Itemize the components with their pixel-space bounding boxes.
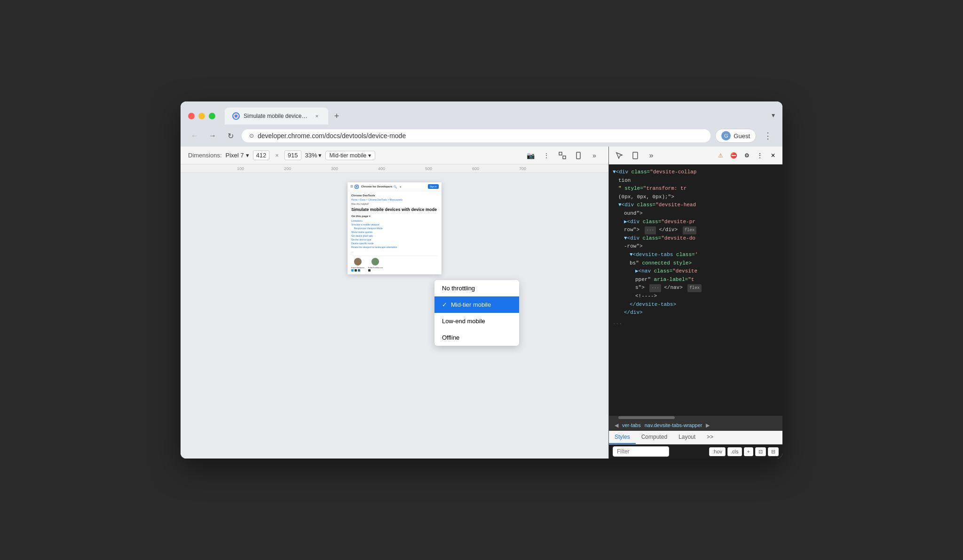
- styles-filter-input[interactable]: [613, 446, 669, 457]
- breadcrumb-item-2[interactable]: nav.devsite-tabs-wrapper: [645, 422, 703, 428]
- throttle-selector[interactable]: Mid-tier mobile ▾: [325, 151, 376, 160]
- close-window-button[interactable]: [188, 113, 195, 119]
- ruler-mark-100: 100: [237, 166, 244, 171]
- svg-point-1: [235, 115, 237, 117]
- throttle-option-low-end[interactable]: Low-end mobile: [434, 313, 519, 329]
- device-mode-button[interactable]: [629, 149, 642, 162]
- breadcrumb-forward-button[interactable]: ▶: [704, 421, 711, 429]
- styles-filter-buttons: :hov .cls + ⊡ ⊟: [709, 447, 779, 456]
- address-bar[interactable]: ⊙ developer.chrome.com/docs/devtools/dev…: [242, 129, 710, 142]
- width-input[interactable]: 412: [253, 150, 270, 160]
- device-content: Chrome DevTools Home > Docs > Chrome Dev…: [347, 191, 442, 274]
- security-icon: ⊙: [249, 132, 254, 139]
- more-options-button[interactable]: ⋮: [540, 149, 553, 162]
- code-line-16: <!---->: [635, 292, 779, 301]
- profile-button[interactable]: G Guest: [715, 129, 756, 143]
- zoom-selector[interactable]: 33% ▾: [305, 152, 322, 159]
- throttle-option-mid-tier[interactable]: ✓ Mid-tier mobile: [434, 296, 519, 313]
- device-search-icon[interactable]: 🔍: [394, 185, 397, 188]
- author1-avatar: [354, 258, 362, 265]
- computed-style-button[interactable]: ⊟: [768, 447, 779, 456]
- devtools-code-area: ▼<div class="devsite-collap tion " style…: [609, 164, 782, 416]
- active-tab[interactable]: Simulate mobile devices with ×: [225, 108, 328, 124]
- device-authors-section: Kayce Basques Sofia Emelianova: [351, 256, 438, 272]
- more-panels-button[interactable]: »: [645, 149, 658, 162]
- ruler-mark-200: 200: [284, 166, 291, 171]
- device-selector[interactable]: Pixel 7 ▾: [226, 152, 249, 159]
- author1-github-icon: [355, 269, 357, 272]
- device-signin-button[interactable]: Sign in: [428, 184, 439, 189]
- new-tab-button[interactable]: +: [330, 109, 343, 123]
- throttle-option-offline[interactable]: Offline: [434, 329, 519, 346]
- throttle-option-no-throttling[interactable]: No throttling: [434, 280, 519, 296]
- chrome-menu-button[interactable]: ⋮: [761, 129, 775, 143]
- author2-avatar: [371, 258, 379, 265]
- device-helpful: Was this helpful?: [351, 202, 438, 205]
- code-line-10: -row">: [624, 242, 779, 251]
- code-line-13: ▶<nav class="devsite: [635, 267, 779, 276]
- more-devtools-button[interactable]: ⋮: [754, 150, 766, 161]
- zoom-text: 33%: [305, 152, 317, 159]
- scrollbar-thumb[interactable]: [618, 416, 675, 419]
- device-on-this-page: On this page ▾: [351, 215, 438, 218]
- toolbar-icons: 📷 ⋮ »: [524, 149, 601, 162]
- code-line-2: tion: [618, 177, 779, 185]
- code-line-7: ▶<div class="devsite-pr: [624, 218, 779, 226]
- device-breadcrumb: Home > Docs > Chrome DevTools > More pan…: [351, 198, 438, 201]
- no-throttling-label: No throttling: [442, 285, 475, 292]
- device-mode-toolbar: Dimensions: Pixel 7 ▾ 412 × 915 33% ▾ Mi…: [181, 147, 608, 164]
- code-line-15: s"> ··· </nav> flex: [635, 284, 779, 292]
- reload-button[interactable]: ↻: [224, 129, 237, 142]
- styles-filter-row: :hov .cls + ⊡ ⊟: [609, 444, 782, 459]
- add-style-button[interactable]: +: [744, 447, 753, 456]
- device-article-title: Simulate mobile devices with device mode: [351, 207, 438, 213]
- device-brightness-icon[interactable]: ☀: [399, 185, 402, 188]
- svg-rect-2: [559, 152, 562, 155]
- devtools-header-icons: ⚠ ⛔ ⚙ ⋮ ✕: [715, 150, 779, 161]
- inspect-element-button[interactable]: [613, 149, 626, 162]
- tab-styles[interactable]: Styles: [609, 431, 636, 444]
- more-tools-button[interactable]: »: [588, 149, 601, 162]
- capture-screenshot-button[interactable]: 📷: [524, 149, 537, 162]
- device-frame-button[interactable]: [572, 149, 585, 162]
- section-chevron-icon: ▾: [369, 215, 371, 218]
- device-toc-item-4: Show media queries: [351, 230, 438, 234]
- profile-label: Guest: [734, 132, 750, 140]
- chrome-dropdown-icon[interactable]: ▾: [772, 111, 775, 119]
- svg-rect-3: [563, 156, 566, 159]
- breadcrumb-back-button[interactable]: ◀: [613, 421, 620, 429]
- settings-icon[interactable]: ⚙: [741, 150, 752, 161]
- warning-icon[interactable]: ⚠: [715, 150, 726, 161]
- tab-close-button[interactable]: ×: [313, 112, 321, 120]
- back-button[interactable]: ←: [188, 129, 201, 142]
- code-line-8: row"> ··· </div> flex: [624, 226, 779, 234]
- close-devtools-button[interactable]: ✕: [767, 150, 779, 161]
- maximize-window-button[interactable]: [209, 113, 215, 119]
- mid-tier-label: Mid-tier mobile: [451, 301, 491, 308]
- forward-button[interactable]: →: [206, 129, 219, 142]
- tab-computed[interactable]: Computed: [636, 431, 673, 444]
- ruler: 100 200 300 400 500 600 700: [181, 164, 608, 173]
- device-dropdown-icon: ▾: [246, 152, 249, 159]
- author1-linkedin-icon: [358, 269, 360, 272]
- horizontal-scrollbar[interactable]: [609, 416, 782, 420]
- breadcrumb-item-1[interactable]: ver-tabs: [622, 422, 641, 428]
- tab-layout[interactable]: Layout: [673, 431, 701, 444]
- element-state-button[interactable]: ⊡: [755, 447, 766, 456]
- more-tabs-button[interactable]: >>: [701, 431, 719, 444]
- device-author-2: Sofia Emelianova: [368, 258, 383, 272]
- code-line-12: bs" connected style>: [630, 259, 779, 268]
- error-icon[interactable]: ⛔: [728, 150, 739, 161]
- class-filter-button[interactable]: .cls: [727, 447, 742, 456]
- minimize-window-button[interactable]: [198, 113, 205, 119]
- offline-label: Offline: [442, 334, 459, 341]
- throttle-text: Mid-tier mobile: [330, 152, 367, 159]
- url-text: developer.chrome.com/docs/devtools/devic…: [258, 132, 703, 140]
- select-element-button[interactable]: [556, 149, 569, 162]
- hover-filter-button[interactable]: :hov: [709, 447, 726, 456]
- code-line-14: pper" aria-label="t: [635, 276, 779, 284]
- code-line-9: ▼<div class="devsite-do: [624, 234, 779, 243]
- tab-bar: Simulate mobile devices with × +: [225, 108, 766, 124]
- throttle-dropdown: No throttling ✓ Mid-tier mobile Low-end …: [434, 280, 519, 346]
- height-input[interactable]: 915: [284, 150, 301, 160]
